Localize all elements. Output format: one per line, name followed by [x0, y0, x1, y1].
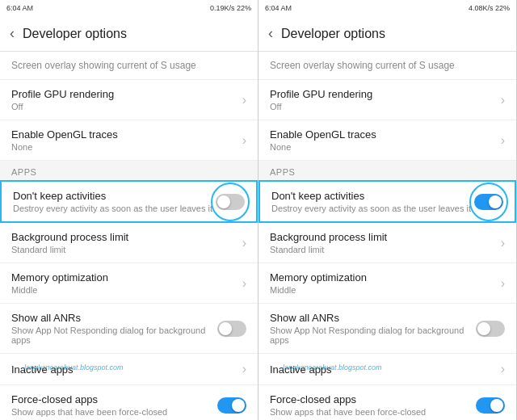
screen-overlay-right: Screen overlay showing current of S usag…	[258, 52, 516, 80]
show-anrs-knob-left	[219, 322, 232, 335]
profile-gpu-chevron-left: ›	[242, 93, 246, 107]
bg-process-sub-left: Standard limit	[11, 245, 242, 254]
memory-opt-title-left: Memory optimization	[11, 271, 242, 284]
bg-process-title-right: Background process limit	[270, 231, 501, 243]
force-closed-right[interactable]: Force-closed apps Show apps that have be…	[258, 385, 516, 420]
memory-opt-sub-right: Middle	[270, 285, 501, 295]
dka-title-right: Don't keep activities	[271, 190, 474, 202]
opengl-title-right: Enable OpenGL traces	[270, 128, 501, 141]
dont-keep-activities-left[interactable]: Don't keep activities Destroy every acti…	[0, 180, 258, 223]
page-title-right: Developer options	[281, 27, 385, 41]
memory-opt-left[interactable]: Memory optimization Middle ›	[0, 263, 258, 304]
status-icons-right: 4.08K/s 22%	[469, 4, 510, 12]
dka-sub-right: Destroy every activity as soon as the us…	[271, 204, 474, 213]
opengl-chevron-left: ›	[242, 133, 246, 148]
profile-gpu-chevron-right: ›	[501, 93, 505, 107]
profile-gpu-right[interactable]: Profile GPU rendering Off ›	[258, 80, 516, 120]
opengl-sub-right: None	[270, 142, 501, 152]
show-anrs-sub-left: Show App Not Responding dialog for backg…	[11, 326, 217, 345]
profile-gpu-title-right: Profile GPU rendering	[270, 88, 501, 100]
dka-toggle-knob-left	[217, 195, 230, 208]
bg-process-title-left: Background process limit	[11, 231, 242, 243]
force-closed-knob-left	[232, 399, 245, 412]
apps-section-right: APPS	[258, 161, 516, 180]
opengl-title-left: Enable OpenGL traces	[11, 128, 242, 141]
show-anrs-sub-right: Show App Not Responding dialog for backg…	[270, 326, 476, 345]
force-closed-toggle-left[interactable]	[217, 397, 246, 414]
memory-opt-chevron-right: ›	[501, 276, 505, 291]
bg-process-right[interactable]: Background process limit Standard limit …	[258, 223, 516, 263]
show-anrs-left[interactable]: Show all ANRs Show App Not Responding di…	[0, 304, 258, 354]
inactive-apps-title-left: Inactive apps	[11, 363, 242, 376]
dont-keep-activities-right[interactable]: Don't keep activities Destroy every acti…	[258, 180, 516, 223]
show-anrs-title-right: Show all ANRs	[270, 312, 476, 324]
opengl-left[interactable]: Enable OpenGL traces None ›	[0, 120, 258, 161]
force-closed-toggle-right[interactable]	[476, 397, 505, 414]
status-bar-right: 6:04 AM 4.08K/s 22%	[258, 0, 516, 16]
bg-process-sub-right: Standard limit	[270, 245, 501, 254]
dka-sub-left: Destroy every activity as soon as the us…	[13, 204, 216, 213]
force-closed-sub-left: Show apps that have been force-closed	[11, 407, 217, 417]
show-anrs-toggle-left[interactable]	[217, 321, 246, 337]
show-anrs-title-left: Show all ANRs	[11, 312, 217, 324]
inactive-apps-chevron-right: ›	[501, 362, 505, 376]
page-title-left: Developer options	[23, 27, 127, 41]
apps-section-left: APPS	[0, 161, 258, 180]
inactive-apps-right[interactable]: Inactive apps ›	[258, 354, 516, 385]
status-time-left: 6:04 AM	[6, 4, 33, 12]
bg-process-chevron-right: ›	[501, 236, 505, 250]
memory-opt-chevron-left: ›	[242, 276, 246, 291]
profile-gpu-sub-left: Off	[11, 102, 242, 111]
content-left: Screen overlay showing current of S usag…	[0, 52, 258, 420]
bg-process-chevron-left: ›	[242, 236, 246, 250]
status-icons-left: 0.19K/s 22%	[210, 4, 251, 12]
dka-toggle-right[interactable]	[474, 194, 503, 210]
memory-opt-right[interactable]: Memory optimization Middle ›	[258, 263, 516, 304]
back-button-left[interactable]: ‹	[10, 25, 15, 42]
content-right: Screen overlay showing current of S usag…	[258, 52, 516, 420]
memory-opt-title-right: Memory optimization	[270, 271, 501, 284]
profile-gpu-sub-right: Off	[270, 102, 501, 111]
show-anrs-toggle-right[interactable]	[476, 321, 505, 337]
force-closed-knob-right	[490, 399, 503, 412]
opengl-sub-left: None	[11, 142, 242, 152]
memory-opt-sub-left: Middle	[11, 285, 242, 295]
dka-toggle-knob-right	[489, 195, 502, 208]
screen-overlay-left: Screen overlay showing current of S usag…	[0, 52, 258, 80]
opengl-chevron-right: ›	[501, 133, 505, 148]
inactive-apps-left[interactable]: Inactive apps ›	[0, 354, 258, 385]
back-button-right[interactable]: ‹	[268, 25, 273, 42]
bg-process-left[interactable]: Background process limit Standard limit …	[0, 223, 258, 263]
header-right: ‹ Developer options	[258, 16, 516, 52]
dka-title-left: Don't keep activities	[13, 190, 216, 202]
force-closed-title-left: Force-closed apps	[11, 393, 217, 405]
profile-gpu-title-left: Profile GPU rendering	[11, 88, 242, 100]
opengl-right[interactable]: Enable OpenGL traces None ›	[258, 120, 516, 161]
force-closed-sub-right: Show apps that have been force-closed	[270, 407, 476, 417]
status-time-right: 6:04 AM	[265, 4, 292, 12]
force-closed-title-right: Force-closed apps	[270, 393, 476, 405]
show-anrs-right[interactable]: Show all ANRs Show App Not Responding di…	[258, 304, 516, 354]
dka-toggle-left[interactable]	[216, 194, 245, 210]
status-bar-left: 6:04 AM 0.19K/s 22%	[0, 0, 258, 16]
inactive-apps-title-right: Inactive apps	[270, 363, 501, 376]
force-closed-left[interactable]: Force-closed apps Show apps that have be…	[0, 385, 258, 420]
inactive-apps-chevron-left: ›	[242, 362, 246, 376]
profile-gpu-left[interactable]: Profile GPU rendering Off ›	[0, 80, 258, 120]
show-anrs-knob-right	[477, 322, 490, 335]
header-left: ‹ Developer options	[0, 16, 258, 52]
